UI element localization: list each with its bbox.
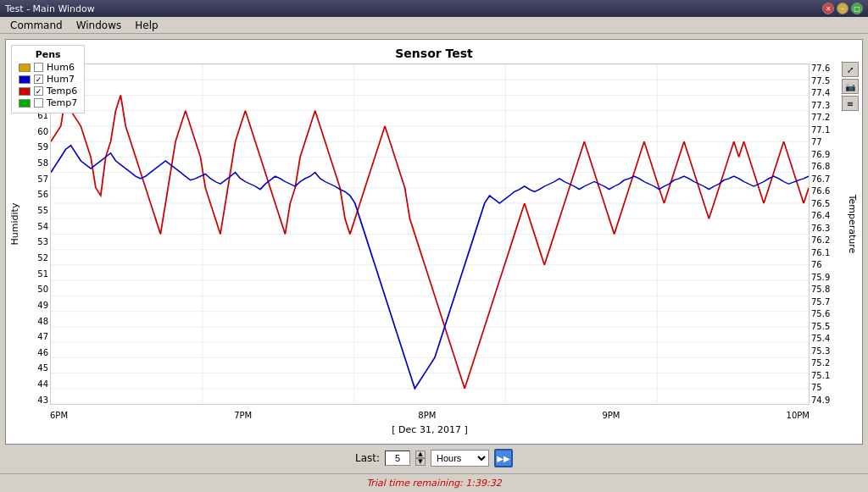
toolbar: Last: ▲ ▼ Seconds Minutes Hours Days ▶▶: [3, 446, 865, 470]
hum7-checkbox[interactable]: ✓: [34, 75, 43, 84]
chart-controls: ⤢ 📷 ≡: [842, 62, 859, 111]
temp6-label: Temp6: [47, 86, 77, 97]
x-tick-9pm: 9PM: [602, 411, 620, 420]
y-axis-left-ticks: 6463 6261 6059 5857 5655 5453 5251 5049 …: [25, 64, 48, 405]
x-tick-7pm: 7PM: [234, 411, 252, 420]
temp6-color-swatch: [19, 87, 31, 96]
hum7-color-swatch: [19, 75, 31, 84]
legend: Pens Hum6 ✓ Hum7 ✓ Temp6 Temp7: [11, 45, 85, 113]
temp7-label: Temp7: [47, 97, 77, 108]
plot-area: [50, 64, 810, 405]
x-tick-10pm: 10PM: [787, 411, 810, 420]
spinner-down[interactable]: ▼: [415, 458, 426, 466]
status-bar: Trial time remaining: 1:39:32: [0, 473, 868, 492]
value-input[interactable]: [385, 451, 410, 466]
hum6-checkbox[interactable]: [34, 63, 43, 72]
last-label: Last:: [355, 452, 380, 464]
x-tick-8pm: 8PM: [418, 411, 436, 420]
x-axis-labels: 6PM 7PM 8PM 9PM 10PM: [50, 411, 810, 420]
x-date-label: [ Dec 31, 2017 ]: [50, 424, 810, 435]
hum6-label: Hum6: [47, 62, 75, 73]
camera-button[interactable]: 📷: [842, 79, 859, 94]
hum6-color-swatch: [19, 64, 31, 72]
title-text: Test - Main Window: [5, 3, 95, 14]
maximize-button[interactable]: □: [851, 3, 863, 14]
spinner-up[interactable]: ▲: [415, 451, 426, 458]
window-controls[interactable]: ✕ – □: [822, 3, 863, 14]
legend-item-hum7: ✓ Hum7: [19, 74, 77, 85]
temp7-checkbox[interactable]: [34, 98, 43, 108]
chart-title: Sensor Test: [6, 43, 862, 62]
settings-button[interactable]: ≡: [842, 96, 859, 111]
main-content: Sensor Test Pens Hum6 ✓ Hum7 ✓ Temp6: [0, 34, 868, 473]
status-text: Trial time remaining: 1:39:32: [366, 478, 501, 489]
unit-dropdown[interactable]: Seconds Minutes Hours Days: [431, 450, 489, 467]
close-button[interactable]: ✕: [822, 3, 834, 14]
menu-bar: Command Windows Help: [0, 17, 868, 34]
y-axis-right-label: Temperature: [848, 195, 859, 254]
menu-windows[interactable]: Windows: [70, 18, 129, 33]
menu-command[interactable]: Command: [3, 18, 70, 33]
legend-item-temp7: Temp7: [19, 97, 77, 108]
chart-area: Sensor Test Pens Hum6 ✓ Hum7 ✓ Temp6: [5, 39, 863, 445]
y-axis-left-label: Humidity: [10, 203, 21, 246]
chart-svg: [51, 64, 809, 404]
hum7-label: Hum7: [47, 74, 75, 85]
y-axis-right-ticks: 77.677.5 77.477.3 77.277.1 7776.9 76.876…: [811, 64, 840, 405]
go-icon: ▶▶: [497, 454, 509, 463]
zoom-button[interactable]: ⤢: [842, 62, 859, 77]
title-bar: Test - Main Window ✕ – □: [0, 0, 868, 17]
menu-help[interactable]: Help: [128, 18, 164, 33]
temp7-color-swatch: [19, 99, 31, 108]
legend-title: Pens: [19, 49, 77, 60]
legend-item-hum6: Hum6: [19, 62, 77, 73]
x-tick-6pm: 6PM: [50, 411, 68, 420]
legend-item-temp6: ✓ Temp6: [19, 86, 77, 97]
go-button[interactable]: ▶▶: [494, 449, 513, 467]
minimize-button[interactable]: –: [837, 3, 849, 14]
spinner-buttons: ▲ ▼: [415, 451, 426, 466]
temp6-checkbox[interactable]: ✓: [34, 86, 43, 96]
